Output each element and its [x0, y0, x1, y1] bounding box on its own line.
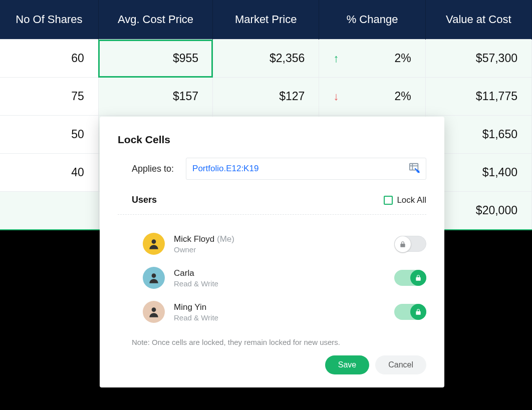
avatar [143, 301, 165, 323]
svg-point-6 [152, 307, 156, 312]
table-row[interactable]: 60$955$2,356↑2%$57,300 [0, 40, 532, 78]
lock-toggle[interactable] [394, 236, 426, 252]
divider [118, 214, 426, 215]
lock-toggle[interactable] [394, 270, 426, 286]
lock-icon [395, 236, 411, 252]
cell-change[interactable]: ↑2% [319, 40, 425, 78]
table-row[interactable]: 75$157$127↓2%$11,775 [0, 78, 532, 116]
cell-shares[interactable] [0, 192, 98, 230]
me-tag: (Me) [217, 234, 234, 244]
change-value: 2% [394, 52, 411, 65]
cell-market-price[interactable]: $127 [213, 78, 319, 116]
cancel-button[interactable]: Cancel [375, 355, 426, 374]
cell-change[interactable]: ↓2% [319, 78, 425, 116]
applies-to-label: Applies to: [132, 164, 174, 174]
col-header-shares[interactable]: No Of Shares [0, 0, 98, 40]
lock-all-label: Lock All [397, 195, 426, 205]
user-row: Carla Read & Write [118, 261, 426, 295]
cell-market-price[interactable]: $2,356 [213, 40, 319, 78]
svg-point-5 [152, 273, 156, 278]
dialog-title: Lock Cells [118, 134, 426, 146]
cell-avg-cost[interactable]: $955 [98, 40, 212, 78]
user-name: Carla [174, 268, 385, 278]
user-row: Mick Floyd (Me)Owner [118, 227, 426, 261]
range-input[interactable]: Portfolio.E12:K19 [186, 158, 426, 180]
cell-shares[interactable]: 60 [0, 40, 98, 78]
user-role: Owner [174, 245, 385, 254]
range-value: Portfolio.E12:K19 [192, 164, 258, 174]
cell-shares[interactable]: 75 [0, 78, 98, 116]
user-row: Ming Yin Read & Write [118, 295, 426, 329]
lock-all-checkbox[interactable]: Lock All [384, 195, 426, 205]
svg-rect-0 [410, 164, 418, 170]
user-role: Read & Write [174, 279, 385, 288]
lock-note: Note: Once cells are locked, they remain… [118, 338, 426, 346]
cell-avg-cost[interactable]: $157 [98, 78, 212, 116]
checkbox-icon [384, 196, 393, 205]
arrow-up-icon: ↑ [333, 52, 339, 65]
svg-point-4 [152, 239, 156, 244]
user-info: Carla Read & Write [174, 268, 385, 288]
applies-to-row: Applies to: Portfolio.E12:K19 [118, 158, 426, 180]
user-info: Mick Floyd (Me)Owner [174, 234, 385, 254]
avatar [143, 267, 165, 289]
user-role: Read & Write [174, 313, 385, 322]
range-picker-icon[interactable] [409, 162, 420, 175]
change-value: 2% [394, 90, 411, 103]
table-header-row: No Of Shares Avg. Cost Price Market Pric… [0, 0, 532, 40]
col-header-avg-cost[interactable]: Avg. Cost Price [98, 0, 212, 40]
lock-icon [410, 270, 426, 286]
users-section-title: Users [118, 195, 157, 205]
arrow-down-icon: ↓ [333, 90, 339, 103]
cell-value-at-cost[interactable]: $57,300 [425, 40, 531, 78]
avatar [143, 233, 165, 255]
col-header-value-at-cost[interactable]: Value at Cost [425, 0, 531, 40]
lock-cells-dialog: Lock Cells Applies to: Portfolio.E12:K19… [100, 117, 444, 387]
cell-shares[interactable]: 40 [0, 154, 98, 192]
col-header-change[interactable]: % Change [319, 0, 425, 40]
user-info: Ming Yin Read & Write [174, 302, 385, 322]
cell-value-at-cost[interactable]: $11,775 [425, 78, 531, 116]
user-name: Mick Floyd (Me) [174, 234, 385, 244]
lock-icon [410, 304, 426, 320]
lock-toggle[interactable] [394, 304, 426, 320]
save-button[interactable]: Save [325, 355, 369, 374]
user-name: Ming Yin [174, 302, 385, 312]
col-header-market-price[interactable]: Market Price [213, 0, 319, 40]
cell-shares[interactable]: 50 [0, 116, 98, 154]
